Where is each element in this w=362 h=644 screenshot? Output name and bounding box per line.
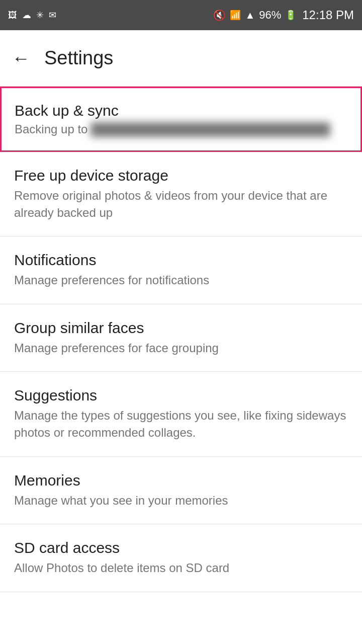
bluetooth-muted-icon: 🔇 bbox=[213, 9, 226, 21]
status-icons-right: 🔇 📶 ▲ 96% 🔋 12:18 PM bbox=[213, 8, 354, 22]
settings-item-back-up-sync[interactable]: Back up & sync Backing up to ███████████… bbox=[0, 87, 362, 152]
settings-item-memories[interactable]: Memories Manage what you see in your mem… bbox=[0, 457, 362, 525]
status-bar: 🖼 ☁ ✳ ✉ 🔇 📶 ▲ 96% 🔋 12:18 PM bbox=[0, 0, 362, 30]
status-time: 12:18 PM bbox=[302, 8, 354, 22]
settings-item-title-suggestions: Suggestions bbox=[14, 387, 348, 404]
settings-item-sd-card-access[interactable]: SD card access Allow Photos to delete it… bbox=[0, 524, 362, 592]
mail-icon: ✉ bbox=[49, 10, 56, 21]
settings-item-title-group-similar-faces: Group similar faces bbox=[14, 319, 348, 337]
settings-item-title-notifications: Notifications bbox=[14, 252, 348, 269]
settings-item-subtitle-suggestions: Manage the types of suggestions you see,… bbox=[14, 407, 348, 441]
wifi-icon: 📶 bbox=[230, 10, 241, 21]
settings-item-group-similar-faces[interactable]: Group similar faces Manage preferences f… bbox=[0, 304, 362, 372]
page-title: Settings bbox=[44, 47, 113, 69]
settings-list: Back up & sync Backing up to ███████████… bbox=[0, 87, 362, 592]
backing-up-label: Backing up to bbox=[15, 122, 87, 136]
settings-item-title-memories: Memories bbox=[14, 472, 348, 489]
picture-icon: 🖼 bbox=[8, 10, 17, 21]
cloud-icon: ☁ bbox=[22, 10, 31, 21]
settings-item-subtitle-free-up-storage: Remove original photos & videos from you… bbox=[14, 187, 348, 221]
settings-item-suggestions[interactable]: Suggestions Manage the types of suggesti… bbox=[0, 372, 362, 456]
settings-item-subtitle-memories: Manage what you see in your memories bbox=[14, 492, 348, 509]
settings-item-title-sd-card-access: SD card access bbox=[14, 539, 348, 556]
settings-item-title-back-up-sync: Back up & sync bbox=[15, 102, 347, 119]
settings-item-subtitle-group-similar-faces: Manage preferences for face grouping bbox=[14, 340, 348, 357]
battery-icon: 🔋 bbox=[285, 10, 296, 21]
sync-icon: ✳ bbox=[36, 10, 44, 21]
back-button[interactable]: ← bbox=[12, 48, 30, 69]
settings-item-free-up-storage[interactable]: Free up device storage Remove original p… bbox=[0, 152, 362, 236]
status-icons-left: 🖼 ☁ ✳ ✉ bbox=[8, 10, 56, 21]
settings-item-subtitle-notifications: Manage preferences for notifications bbox=[14, 272, 348, 289]
settings-item-notifications[interactable]: Notifications Manage preferences for not… bbox=[0, 236, 362, 304]
blurred-account-text: ████████████████████████████ bbox=[90, 122, 330, 136]
battery-percentage: 96% bbox=[259, 9, 281, 22]
signal-icon: ▲ bbox=[245, 10, 255, 21]
settings-item-title-free-up-storage: Free up device storage bbox=[14, 167, 348, 184]
toolbar: ← Settings bbox=[0, 30, 362, 87]
settings-item-subtitle-back-up-sync: Backing up to ██████████████████████████… bbox=[15, 122, 347, 136]
settings-item-subtitle-sd-card-access: Allow Photos to delete items on SD card bbox=[14, 559, 348, 577]
